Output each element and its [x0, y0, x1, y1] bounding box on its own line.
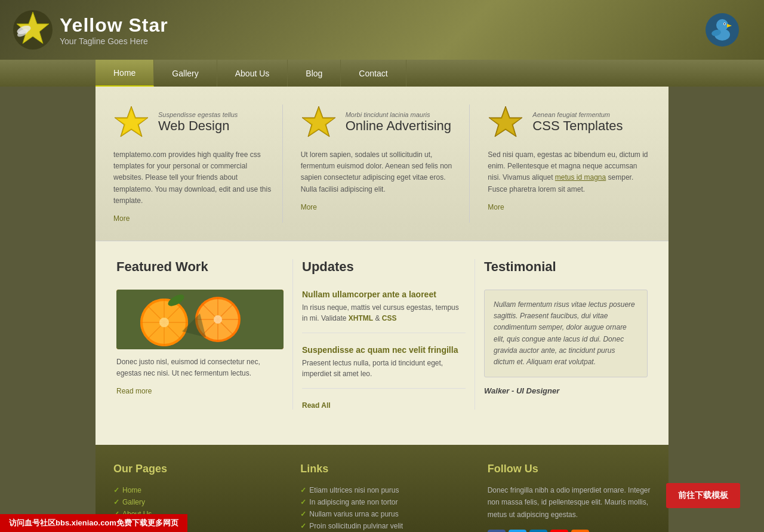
social-icons-row: f t in ▶ rss — [488, 530, 651, 532]
logo-tagline: Your Tagline Goes Here — [60, 36, 168, 46]
footer-link-item-4: ✓Proin sollicitudin pulvinar velit — [300, 520, 463, 532]
rss-icon[interactable]: rss — [571, 530, 589, 532]
metus-link[interactable]: metus id magna — [555, 173, 606, 182]
footer-inner: Our Pages ✓Home ✓Gallery ✓About Us ✓Blog… — [107, 463, 657, 532]
feature-title-block-1: Suspendisse egestas tellus Web Design — [158, 111, 238, 134]
read-more-link[interactable]: Read more — [116, 387, 152, 395]
star-icon-2 — [301, 104, 337, 140]
feature-text-2: Ut lorem sapien, sodales ut sollicitudin… — [301, 149, 464, 195]
xhtml-link[interactable]: XHTML — [349, 314, 373, 322]
linkedin-icon[interactable]: in — [529, 530, 547, 532]
update-text-1: In risus neque, mattis vel cursus egesta… — [302, 302, 466, 324]
feature-header-2: Morbi tincidunt lacinia mauris Online Ad… — [301, 104, 464, 140]
check-icon: ✓ — [300, 522, 306, 530]
featured-work-section: Featured Work — [107, 259, 293, 410]
logo-text: Yellow Star Your Tagline Goes Here — [60, 14, 168, 46]
feature-more-link-1[interactable]: More — [113, 214, 130, 223]
testimonial-title: Testimonial — [484, 259, 648, 278]
svg-point-9 — [724, 23, 725, 24]
check-icon: ✓ — [113, 486, 119, 494]
feature-header-1: Suspendisse egestas tellus Web Design — [113, 104, 276, 140]
featured-work-title: Featured Work — [116, 259, 284, 278]
footer-pages-title: Our Pages — [113, 463, 276, 475]
footer-page-home: ✓Home — [113, 484, 276, 496]
twitter-icon[interactable]: t — [509, 530, 526, 532]
testimonial-text: Nullam fermentum risus vitae lectus posu… — [494, 299, 638, 368]
testimonial-section: Testimonial Nullam fermentum risus vitae… — [475, 259, 657, 410]
check-icon: ✓ — [300, 510, 306, 518]
footer-links-col: Links ✓Etiam ultrices nisi non purus ✓In… — [294, 463, 469, 532]
youtube-icon[interactable]: ▶ — [550, 530, 568, 532]
nav-home[interactable]: Home — [96, 60, 154, 87]
css-link[interactable]: CSS — [382, 314, 397, 322]
star-icon-3 — [488, 104, 523, 140]
download-button[interactable]: 前往下载模板 — [666, 483, 740, 508]
check-icon: ✓ — [300, 486, 306, 494]
update-title-1[interactable]: Nullam ullamcorper ante a laoreet — [302, 290, 466, 299]
update-text-2: Praesent lectus nulla, porta id tincidun… — [302, 358, 466, 379]
update-title-2[interactable]: Suspendisse ac quam nec velit fringilla — [302, 345, 466, 355]
nav-blog[interactable]: Blog — [288, 60, 341, 87]
feature-web-design: Suspendisse egestas tellus Web Design te… — [107, 104, 283, 223]
footer-follow-title: Follow Us — [488, 463, 651, 475]
feature-title-1: Web Design — [158, 118, 238, 134]
bottom-notice: 访问血号社区bbs.xieniao.com免费下载更多网页 — [0, 514, 187, 532]
feature-online-advertising: Morbi tincidunt lacinia mauris Online Ad… — [295, 104, 470, 223]
updates-section: Updates Nullam ullamcorper ante a laoree… — [293, 259, 475, 410]
feature-subtitle-1: Suspendisse egestas tellus — [158, 111, 238, 118]
navigation: Home Gallery About Us Blog Contact — [0, 60, 764, 87]
footer-link-item-2: ✓In adipiscing ante non tortor — [300, 496, 463, 508]
feature-title-2: Online Advertising — [346, 118, 451, 134]
logo-title: Yellow Star — [60, 14, 168, 36]
nav-about[interactable]: About Us — [217, 60, 288, 87]
orange-image-svg — [116, 290, 284, 349]
footer-page-gallery: ✓Gallery — [113, 496, 276, 508]
footer-follow-us: Follow Us Donec fringilla nibh a odio im… — [482, 463, 657, 532]
lower-section: Featured Work — [96, 241, 668, 428]
svg-point-26 — [159, 318, 169, 327]
feature-header-3: Aenean feugiat fermentum CSS Templates — [488, 104, 651, 140]
read-all-link[interactable]: Read All — [302, 401, 331, 410]
footer-links-title: Links — [300, 463, 463, 475]
check-icon: ✓ — [113, 498, 119, 506]
feature-title-block-3: Aenean feugiat fermentum CSS Templates — [532, 111, 623, 134]
testimonial-author: Walker - UI Designer — [484, 386, 648, 395]
footer-link-item-1: ✓Etiam ultrices nisi non purus — [300, 484, 463, 496]
nav-contact[interactable]: Contact — [341, 60, 406, 87]
nav-gallery[interactable]: Gallery — [154, 60, 217, 87]
feature-title-block-2: Morbi tincidunt lacinia mauris Online Ad… — [346, 111, 451, 134]
footer-link-item-3: ✓Nullam varius urna ac purus — [300, 508, 463, 520]
footer-follow-text: Donec fringilla nibh a odio imperdiet or… — [488, 484, 651, 521]
feature-more-link-2[interactable]: More — [301, 203, 317, 211]
main-content: Suspendisse egestas tellus Web Design te… — [96, 87, 668, 445]
feature-title-3: CSS Templates — [532, 118, 623, 134]
features-section: Suspendisse egestas tellus Web Design te… — [96, 87, 668, 241]
logo-icon — [12, 9, 54, 51]
feature-text-3: Sed nisi quam, egestas ac bibendum eu, d… — [488, 149, 651, 195]
feature-css-templates: Aenean feugiat fermentum CSS Templates S… — [482, 104, 657, 223]
header: Yellow Star Your Tagline Goes Here — [0, 0, 764, 60]
check-icon: ✓ — [300, 498, 306, 506]
footer-link-gallery[interactable]: Gallery — [122, 498, 145, 506]
featured-work-text: Donec justo nisl, euismod id consectetur… — [116, 356, 284, 379]
featured-image — [116, 290, 284, 349]
logo-block: Yellow Star Your Tagline Goes Here — [12, 9, 168, 51]
feature-more-link-3[interactable]: More — [488, 203, 504, 211]
star-icon-1 — [113, 104, 149, 140]
facebook-icon[interactable]: f — [488, 530, 506, 532]
footer-links-list: ✓Etiam ultrices nisi non purus ✓In adipi… — [300, 484, 463, 532]
testimonial-box: Nullam fermentum risus vitae lectus posu… — [484, 290, 648, 377]
updates-title: Updates — [302, 259, 466, 278]
svg-point-33 — [214, 315, 222, 324]
feature-text-1: templatemo.com provides high quality fre… — [113, 149, 276, 207]
feature-subtitle-3: Aenean feugiat fermentum — [532, 111, 623, 118]
twitter-bird-icon[interactable] — [704, 12, 740, 48]
footer-link-home[interactable]: Home — [122, 486, 141, 494]
update-item-1: Nullam ullamcorper ante a laoreet In ris… — [302, 290, 466, 333]
feature-subtitle-2: Morbi tincidunt lacinia mauris — [346, 111, 451, 118]
update-item-2: Suspendisse ac quam nec velit fringilla … — [302, 345, 466, 389]
